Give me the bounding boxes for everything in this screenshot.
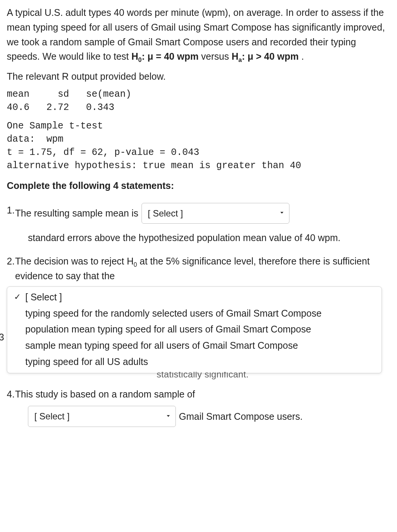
list-number: 2. — [7, 254, 15, 269]
check-icon: ✓ — [14, 291, 21, 303]
ha: Ha: μ > 40 wpm — [232, 51, 302, 62]
s4-after: Gmail Smart Compose users. — [179, 409, 303, 424]
statement-1: 1. The resulting sample mean is [ Select… — [15, 203, 390, 245]
chevron-down-icon — [166, 413, 171, 420]
dropdown-option[interactable]: population mean typing speed for all use… — [11, 321, 378, 337]
intro-paragraph: A typical U.S. adult types 40 words per … — [7, 5, 390, 64]
r-output-intro: The relevant R output provided below. — [7, 69, 390, 84]
list-number: 4. — [7, 387, 15, 402]
select-placeholder: [ Select ] — [34, 409, 69, 423]
s1-after: standard errors above the hypothesized p… — [15, 230, 390, 245]
s2-dropdown-open[interactable]: 3 ✓ [ Select ] typing speed for the rand… — [7, 286, 382, 373]
s4-before: This study is based on a random sample o… — [15, 389, 195, 399]
prompt-heading: Complete the following 4 statements: — [7, 178, 390, 193]
h0: H0: μ = 40 wpm — [131, 51, 201, 62]
r-output-stats: mean sd se(mean) 40.6 2.72 0.343 — [7, 88, 390, 114]
statements-list: 1. The resulting sample mean is [ Select… — [7, 203, 390, 427]
s1-before: The resulting sample mean is — [15, 206, 138, 221]
statement-2: 2. The decision was to reject H0 at the … — [15, 254, 390, 380]
list-number: 1. — [7, 203, 15, 218]
select-placeholder: [ Select ] — [148, 206, 183, 220]
statement-4: 4. This study is based on a random sampl… — [15, 387, 390, 427]
chevron-down-icon — [279, 210, 285, 217]
dropdown-option-selected[interactable]: ✓ [ Select ] — [11, 289, 378, 305]
dropdown-option[interactable]: typing speed for the randomly selected u… — [11, 305, 378, 322]
s2-line1: The decision was to reject H0 at the 5% … — [15, 256, 370, 281]
s4-select[interactable]: [ Select ] — [28, 406, 176, 427]
dropdown-option[interactable]: sample mean typing speed for all users o… — [11, 337, 378, 354]
versus: versus — [201, 51, 232, 62]
r-output-ttest: One Sample t-test data: wpm t = 1.75, df… — [7, 119, 390, 172]
list-number-3: 3 — [0, 330, 4, 345]
s1-select[interactable]: [ Select ] — [142, 203, 289, 224]
dropdown-option[interactable]: typing speed for all US adults — [11, 354, 378, 370]
